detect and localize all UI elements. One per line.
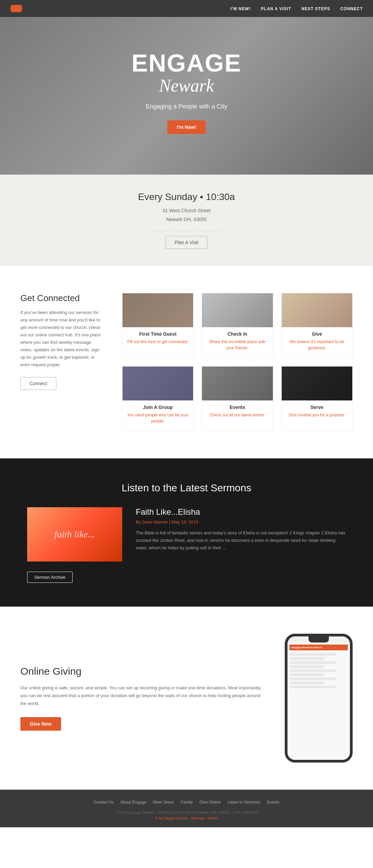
giving-heading: Online Giving (20, 666, 264, 677)
card-description: You need people who can be your people. (123, 412, 193, 424)
footer-meet-jesus[interactable]: Meet Jesus (153, 800, 174, 805)
nav-links: I'M NEW! PLAN A VISIT NEXT STEPS CONNECT (230, 5, 363, 12)
footer: Contact Us About Engage Meet Jesus Famil… (0, 790, 373, 827)
sermon-thumbnail[interactable]: faith like... (27, 507, 122, 561)
phone-notch (309, 636, 329, 643)
sermon-title: Faith Like...Elisha (136, 507, 346, 517)
card-title: Join A Group (125, 405, 190, 410)
phone-line (290, 665, 324, 668)
card-join-a-group[interactable]: Join A Group You need people who can be … (122, 366, 193, 431)
give-image (282, 293, 352, 327)
serve-image (282, 367, 352, 400)
logo[interactable] (10, 2, 22, 15)
im-new-button[interactable]: I'm New! (167, 120, 206, 134)
connect-section: Get Connected If you've been attending o… (0, 266, 373, 458)
check-in-image (202, 293, 273, 327)
footer-listen-to-sermons[interactable]: Listen to Sermons (227, 800, 260, 805)
card-title: Events (205, 405, 270, 410)
hero-subtitle: Engaging a People with a City (14, 103, 359, 110)
card-title: Serve (284, 405, 350, 410)
footer-family[interactable]: Family (181, 800, 192, 805)
phone-line (290, 661, 336, 664)
phone-line (290, 673, 324, 676)
nav-im-new[interactable]: I'M NEW! (230, 6, 251, 11)
phone-mockup: Engage Newark Church (285, 634, 353, 763)
connect-body: If you've been attending our services fo… (20, 309, 102, 369)
schedule-section: Every Sunday • 10:30a 31 West Church Str… (0, 175, 373, 265)
hero-title-script: Newark (14, 75, 359, 96)
phone-line (290, 686, 336, 688)
sermon-author: By Dave Warner | May 19, 2019 (136, 519, 346, 525)
giving-body: Our online giving is safe, secure, and s… (20, 684, 264, 708)
giving-left: Online Giving Our online giving is safe,… (20, 666, 264, 731)
card-title: First Time Guest (125, 331, 190, 337)
phone-line (290, 653, 336, 656)
card-events[interactable]: Events Check out all our latest events. (202, 366, 273, 431)
card-description: Fill out this form to get connected. (123, 339, 193, 345)
connect-button[interactable]: Connect (20, 377, 56, 390)
footer-links: Contact Us About Engage Meet Jesus Famil… (14, 800, 359, 805)
phone-line (290, 677, 336, 680)
plan-a-visit-button[interactable]: Plan A Visit (166, 236, 208, 249)
join-group-image (123, 367, 193, 400)
phone-line (290, 669, 336, 672)
phone-screen-header: Engage Newark Church (290, 645, 348, 650)
sermon-img-text: faith like... (54, 529, 95, 540)
nav-next-steps[interactable]: NEXT STEPS (301, 6, 330, 11)
card-give[interactable]: Give We believe it's important to be gen… (281, 293, 353, 358)
sermon-text: Faith Like...Elisha By Dave Warner | May… (136, 507, 346, 552)
footer-digital: ✦ by Digital Church · Sitemap · Admin (14, 816, 359, 821)
phone-line (290, 657, 324, 660)
card-first-time-guest[interactable]: First Time Guest Fill out this form to g… (122, 293, 193, 358)
card-check-in[interactable]: Check In Share this incredible place wit… (202, 293, 273, 358)
hero-title-bold: ENGAGE (14, 51, 359, 75)
footer-about-engage[interactable]: About Engage (120, 800, 146, 805)
hero-section: ENGAGE Newark Engaging a People with a C… (0, 17, 373, 175)
sermons-heading: Listen to the Latest Sermons (27, 482, 346, 494)
card-description: Share this incredible place with your fr… (202, 339, 273, 351)
phone-line (290, 682, 324, 684)
footer-copy: © 2019 Engage Newark · 29 West Church St… (14, 809, 359, 816)
connect-heading: Get Connected (20, 293, 102, 303)
navigation: I'M NEW! PLAN A VISIT NEXT STEPS CONNECT (0, 0, 373, 17)
address-line2: Newark OH, 43055 (166, 217, 207, 222)
card-description: We believe it's important to be generous… (282, 339, 352, 351)
nav-plan-a-visit[interactable]: PLAN A VISIT (261, 6, 291, 11)
schedule-time: Every Sunday • 10:30a (14, 192, 359, 202)
nav-connect[interactable]: CONNECT (340, 6, 363, 11)
events-image (202, 367, 273, 400)
connect-grid: First Time Guest Fill out this form to g… (122, 293, 353, 431)
address-line1: 31 West Church Street (163, 208, 210, 213)
first-time-guest-image (123, 293, 193, 327)
schedule-address: 31 West Church Street Newark OH, 43055 (14, 206, 359, 223)
footer-give-online[interactable]: Give Online (200, 800, 221, 805)
card-title: Check In (205, 331, 270, 337)
card-serve[interactable]: Serve God created you for a purpose. (281, 366, 353, 431)
card-title: Give (284, 331, 350, 337)
phone-screen: Engage Newark Church (287, 643, 350, 760)
connect-left: Get Connected If you've been attending o… (20, 293, 102, 390)
card-description: Check out all our latest events. (202, 412, 273, 418)
sermons-section: Listen to the Latest Sermons faith like.… (0, 458, 373, 607)
card-description: God created you for a purpose. (282, 412, 352, 418)
give-now-button[interactable]: Give Now (20, 717, 61, 731)
giving-section: Online Giving Our online giving is safe,… (0, 607, 373, 790)
sermon-body: The Bible is full of fantastic stories a… (136, 529, 346, 552)
sermon-content: faith like... Faith Like...Elisha By Dav… (27, 507, 346, 561)
footer-events[interactable]: Events (267, 800, 280, 805)
phone-screen-body (290, 650, 348, 691)
sermon-archive-button[interactable]: Sermon Archive (27, 572, 73, 583)
footer-contact-us[interactable]: Contact Us (93, 800, 113, 805)
